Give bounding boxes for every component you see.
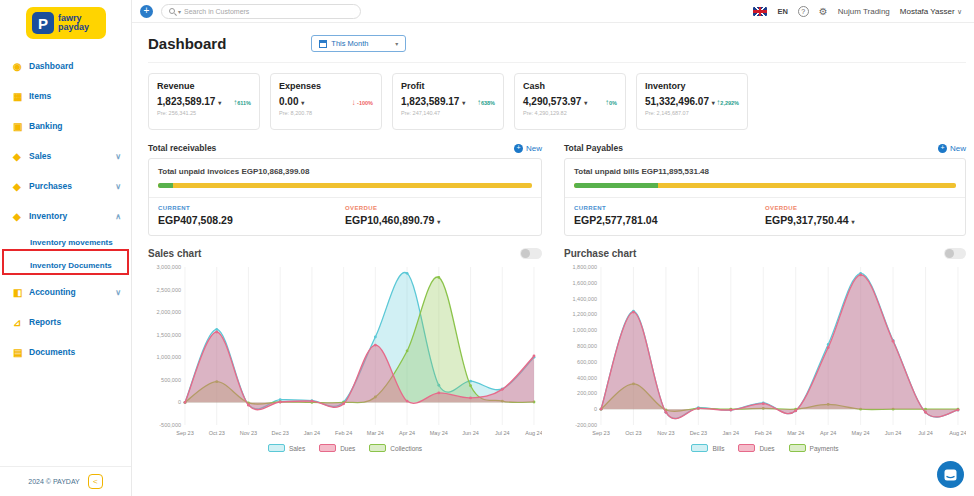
arrow-down-icon: ↓ <box>352 98 356 107</box>
legend-item[interactable]: Sales <box>268 444 305 452</box>
svg-text:Mar 24: Mar 24 <box>367 430 384 436</box>
calendar-icon <box>319 40 327 48</box>
kpi-card-cash[interactable]: Cash 4,290,573.97 ▾ ↑0% Pre: 4,290,129.8… <box>514 73 626 130</box>
chevron-up-icon: ∧ <box>115 212 121 221</box>
search-input[interactable] <box>184 8 353 15</box>
legend-swatch <box>789 444 806 452</box>
overdue-value[interactable]: EGP9,317,750.44 ▾ <box>765 214 956 226</box>
svg-text:Jun 24: Jun 24 <box>462 430 479 436</box>
chat-launcher[interactable] <box>937 461 964 488</box>
receivables-title: Total receivables <box>148 143 216 153</box>
legend-item[interactable]: Collections <box>369 444 422 452</box>
svg-text:400,000: 400,000 <box>577 375 597 381</box>
accounting-icon: ◧ <box>13 287 29 298</box>
svg-text:2,000,000: 2,000,000 <box>157 309 181 315</box>
svg-text:200,000: 200,000 <box>577 390 597 396</box>
sidebar-item-dashboard[interactable]: ◉ Dashboard <box>0 51 131 81</box>
sidebar-item-purchases[interactable]: ◆ Purchases ∨ <box>0 171 131 201</box>
sidebar-item-items[interactable]: ▦ Items <box>0 81 131 111</box>
sidebar-item-banking[interactable]: ▣ Banking <box>0 111 131 141</box>
quick-add-button[interactable]: + <box>140 5 153 18</box>
legend-item[interactable]: Dues <box>319 444 355 452</box>
page-header: Dashboard This Month ▾ <box>148 31 966 63</box>
sales-chart-toggle[interactable] <box>520 248 542 259</box>
svg-text:0: 0 <box>178 399 181 405</box>
svg-text:800,000: 800,000 <box>577 343 597 349</box>
legend-item[interactable]: Bills <box>691 444 724 452</box>
legend-label: Sales <box>289 445 305 452</box>
unpaid-bills-total: Total unpaid bills EGP11,895,531.48 <box>574 167 956 176</box>
current-value: EGP2,577,781.04 <box>574 214 765 226</box>
current-label: CURRENT <box>158 205 345 211</box>
overdue-value[interactable]: EGP10,460,890.79 ▾ <box>345 214 532 226</box>
period-selector[interactable]: This Month ▾ <box>311 35 406 52</box>
kpi-card-revenue[interactable]: Revenue 1,823,589.17 ▾ ↑611% Pre: 256,34… <box>148 73 260 130</box>
page-title: Dashboard <box>148 35 226 52</box>
sidebar-nav: ◉ Dashboard ▦ Items ▣ Banking ◆ Sales ∨ … <box>0 51 131 367</box>
new-bill-button[interactable]: + New <box>938 144 966 153</box>
purchase-chart-toggle[interactable] <box>944 248 966 259</box>
global-search[interactable]: ▾ <box>161 4 361 19</box>
svg-text:Oct 23: Oct 23 <box>209 430 225 436</box>
new-invoice-button[interactable]: + New <box>514 144 542 153</box>
payables-progress-bar <box>574 183 956 188</box>
svg-text:Feb 24: Feb 24 <box>755 430 772 436</box>
sales-chart-legend[interactable]: SalesDuesCollections <box>148 444 542 452</box>
kpi-previous: Pre: 256,341.25 <box>157 110 251 116</box>
sidebar-item-reports[interactable]: ⊿ Reports <box>0 307 131 337</box>
legend-label: Dues <box>340 445 355 452</box>
svg-text:1,000,000: 1,000,000 <box>573 327 597 333</box>
kpi-value[interactable]: 51,332,496.07 ▾ <box>645 96 715 107</box>
sidebar-item-inventory-documents[interactable]: Inventory Documents <box>0 254 131 277</box>
kpi-value[interactable]: 1,823,589.17 ▾ <box>401 96 465 107</box>
legend-label: Collections <box>390 445 422 452</box>
payables-title: Total Payables <box>564 143 623 153</box>
kpi-delta: ↑2,292% <box>716 98 739 107</box>
purchase-chart-legend[interactable]: BillsDuesPayments <box>564 444 966 452</box>
sales-chart-title: Sales chart <box>148 248 201 259</box>
language-label[interactable]: EN <box>777 7 787 16</box>
kpi-value[interactable]: 1,823,589.17 ▾ <box>157 96 221 107</box>
svg-text:1,800,000: 1,800,000 <box>573 264 597 270</box>
legend-item[interactable]: Dues <box>738 444 774 452</box>
sidebar-item-inventory[interactable]: ◆ Inventory ∧ <box>0 201 131 231</box>
uk-flag-icon[interactable] <box>753 7 767 16</box>
sidebar-footer: 2024 © PAYDAY < <box>0 466 131 496</box>
kpi-previous: Pre: 8,200.78 <box>279 110 373 116</box>
svg-text:May 24: May 24 <box>852 430 870 436</box>
kpi-value[interactable]: 0.00 ▾ <box>279 96 304 107</box>
svg-text:Dec 23: Dec 23 <box>271 430 288 436</box>
kpi-value[interactable]: 4,290,573.97 ▾ <box>523 96 587 107</box>
help-icon[interactable]: ? <box>798 6 809 17</box>
chevron-down-icon: ▾ <box>301 100 304 106</box>
svg-text:Jul 24: Jul 24 <box>918 430 933 436</box>
sidebar-item-sales[interactable]: ◆ Sales ∨ <box>0 141 131 171</box>
sidebar-item-accounting[interactable]: ◧ Accounting ∨ <box>0 277 131 307</box>
svg-text:Nov 23: Nov 23 <box>657 430 674 436</box>
sidebar-item-documents[interactable]: ▤ Documents <box>0 337 131 367</box>
purchases-icon: ◆ <box>13 181 29 192</box>
legend-item[interactable]: Payments <box>789 444 839 452</box>
search-icon <box>169 8 175 14</box>
sidebar-collapse-button[interactable]: < <box>88 474 103 489</box>
legend-label: Bills <box>712 445 724 452</box>
chevron-down-icon: ▾ <box>712 100 715 106</box>
svg-text:1,000,000: 1,000,000 <box>157 354 181 360</box>
legend-swatch <box>319 444 336 452</box>
svg-text:Aug 24: Aug 24 <box>949 430 966 436</box>
gear-icon[interactable]: ⚙ <box>819 6 828 17</box>
svg-text:2,500,000: 2,500,000 <box>157 287 181 293</box>
svg-text:Oct 23: Oct 23 <box>625 430 641 436</box>
search-scope-caret-icon[interactable]: ▾ <box>178 8 181 15</box>
legend-label: Payments <box>810 445 839 452</box>
sidebar-item-inventory-movements[interactable]: Inventory movements <box>0 231 131 254</box>
app-logo[interactable]: P fawry payday <box>26 7 106 39</box>
sales-chart-section: Sales chart Sep 23Oct 23Nov 23Dec 23Jan … <box>148 248 542 452</box>
kpi-delta: ↑611% <box>233 98 251 107</box>
charts-row: Sales chart Sep 23Oct 23Nov 23Dec 23Jan … <box>148 248 966 452</box>
kpi-card-expenses[interactable]: Expenses 0.00 ▾ ↓ -100% Pre: 8,200.78 <box>270 73 382 130</box>
overdue-label: OVERDUE <box>765 205 956 211</box>
user-menu[interactable]: Mostafa Yasser ∨ <box>900 7 962 16</box>
kpi-card-inventory[interactable]: Inventory 51,332,496.07 ▾ ↑2,292% Pre: 2… <box>636 73 748 130</box>
kpi-card-profit[interactable]: Profit 1,823,589.17 ▾ ↑638% Pre: 247,140… <box>392 73 504 130</box>
